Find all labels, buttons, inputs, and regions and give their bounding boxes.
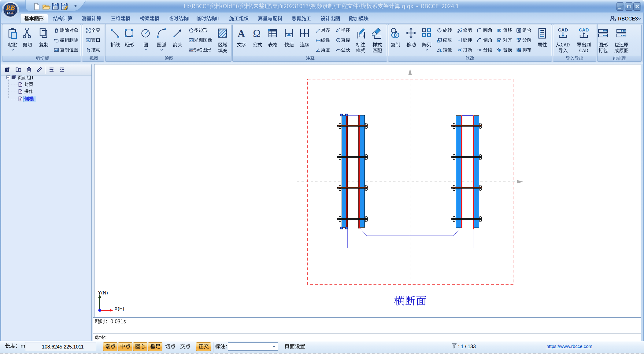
svg-text:CCE: CCE (7, 11, 14, 15)
svg-text:RB: RB (6, 4, 15, 11)
